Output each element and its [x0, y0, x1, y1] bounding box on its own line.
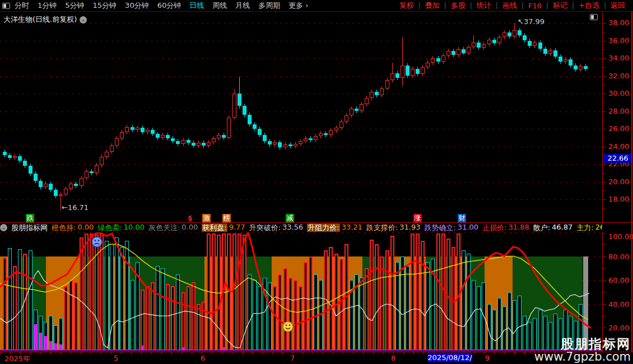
maximize-pane-icon[interactable]: [590, 14, 598, 20]
price-label: 30.00: [608, 89, 629, 97]
indicator-field-label: 止损价:: [482, 223, 506, 232]
tab-日线[interactable]: 日线: [189, 1, 204, 11]
candle: [446, 51, 450, 55]
indicator-axis-label: 20.00: [608, 324, 629, 332]
menu-返回[interactable]: 返回: [606, 1, 630, 11]
tab-60分钟[interactable]: 60分钟: [157, 1, 181, 11]
candle: [569, 59, 573, 66]
price-gridline: [0, 23, 602, 24]
indicator-field-value: 9.77: [229, 223, 245, 232]
price-axis: 22.66 18.0020.0022.0024.0026.0028.0030.0…: [602, 12, 633, 222]
indicator-field-value: 0.00: [181, 223, 198, 232]
window-pane-icon[interactable]: [2, 3, 10, 9]
menu-叠加[interactable]: 叠加: [421, 1, 444, 11]
signal-badge-跌: 跌: [26, 214, 34, 222]
indicator-field: 股朋指标网: [11, 223, 48, 232]
indicator-field-label: 股朋指标网: [11, 223, 48, 232]
tab-5分钟[interactable]: 5分钟: [65, 1, 84, 11]
indicator-tick: [603, 316, 605, 316]
tab-月线[interactable]: 月线: [235, 1, 250, 11]
candle: [401, 66, 404, 78]
candle: [258, 129, 262, 135]
candle: [441, 55, 445, 62]
menu-F10[interactable]: F10: [524, 2, 546, 10]
indicator-field-value: 26.01: [595, 223, 602, 232]
cursor-date-highlight: 2025/08/12/二: [427, 353, 472, 362]
indicator-field-label: 升阻力价:: [307, 223, 339, 232]
candle: [151, 130, 155, 134]
indicator-field-label: 跌势确立:: [424, 223, 455, 232]
price-tick: [603, 49, 605, 50]
candle: [548, 50, 552, 54]
price-gridline: [0, 164, 602, 165]
candle: [125, 127, 129, 132]
price-gridline: [0, 147, 602, 147]
tab-多周期[interactable]: 多周期: [258, 1, 280, 11]
price-label: 32.00: [608, 72, 629, 80]
price-gridline: [0, 94, 602, 94]
tab-15分钟[interactable]: 15分钟: [93, 1, 117, 11]
price-gridline: [0, 111, 602, 112]
menu-画线[interactable]: 画线: [498, 1, 522, 11]
watermark-url: www.7gpzb.com: [534, 351, 631, 363]
tab-更多 ›[interactable]: 更多 ›: [288, 1, 308, 11]
candle: [29, 166, 32, 174]
price-tick: [603, 208, 605, 209]
candle: [329, 130, 333, 135]
signal-badge-财: 财: [458, 214, 466, 222]
retail-line: [0, 270, 589, 348]
candle: [339, 122, 343, 128]
menu-复权[interactable]: 复权: [395, 1, 418, 11]
candle: [212, 138, 216, 142]
candle: [528, 41, 532, 46]
signal-badge-激: 激: [202, 214, 211, 222]
tab-分时[interactable]: 分时: [15, 1, 29, 11]
toolbar: 分时1分钟5分钟15分钟30分钟60分钟日线周线月线多周期更多 › 复权|叠加|…: [0, 0, 633, 12]
candle-wick: [402, 37, 403, 86]
indicator-field-label: 升突破价:: [249, 223, 281, 232]
candlestick-chart[interactable]: 大洋生物(日线.前复权) ⌄ ↖37.99 ←16.71: [0, 12, 602, 222]
candle: [49, 184, 53, 190]
indicator-axis-label: 40.00: [608, 300, 629, 309]
indicator-panel[interactable]: [0, 232, 602, 352]
price-label: 28.00: [608, 107, 629, 115]
candle: [131, 127, 134, 130]
candle: [472, 43, 476, 47]
tab-周线[interactable]: 周线: [212, 1, 227, 11]
indicator-tick: [603, 256, 606, 257]
time-label: 6: [201, 354, 205, 362]
price-tick: [603, 58, 606, 59]
indicator-field: 升阻力价:33.21: [307, 223, 362, 232]
candle: [268, 141, 272, 144]
arrow-left-icon: ←: [62, 203, 68, 212]
candle: [365, 98, 369, 104]
candle: [502, 32, 506, 37]
tab-30分钟[interactable]: 30分钟: [125, 1, 149, 11]
candle: [421, 67, 425, 74]
candle: [187, 140, 190, 143]
signal-badge-涨: 涨: [413, 214, 422, 222]
candle: [141, 128, 145, 132]
menu-+自选[interactable]: +自选: [574, 1, 604, 11]
candle: [355, 109, 359, 111]
menu-统计[interactable]: 统计: [472, 1, 496, 11]
tab-1分钟[interactable]: 1分钟: [38, 1, 57, 11]
collapse-chevron-icon[interactable]: ⌄: [0, 224, 7, 231]
candle: [319, 133, 323, 136]
price-label: 34.00: [608, 54, 629, 62]
candle: [95, 165, 99, 173]
candle: [304, 138, 308, 141]
indicator-header: ⌄ 股朋指标网橙色持:0.00绿色卖:10.00灰色关注:0.00获利盘:9.7…: [0, 223, 602, 232]
menu-多股[interactable]: 多股: [446, 1, 470, 11]
chevron-down-icon[interactable]: ⌄: [80, 16, 87, 24]
candle: [533, 43, 537, 46]
time-label: 2025年: [4, 354, 30, 364]
indicator-field-value: 33.56: [282, 223, 303, 232]
candle: [411, 69, 415, 76]
indicator-field: 获利盘:9.77: [202, 223, 245, 232]
menu-标记[interactable]: 标记: [548, 1, 572, 11]
smiley-face-icon: [283, 321, 293, 332]
candle: [39, 181, 43, 187]
indicator-tick: [603, 233, 606, 234]
indicator-tick: [603, 268, 605, 269]
